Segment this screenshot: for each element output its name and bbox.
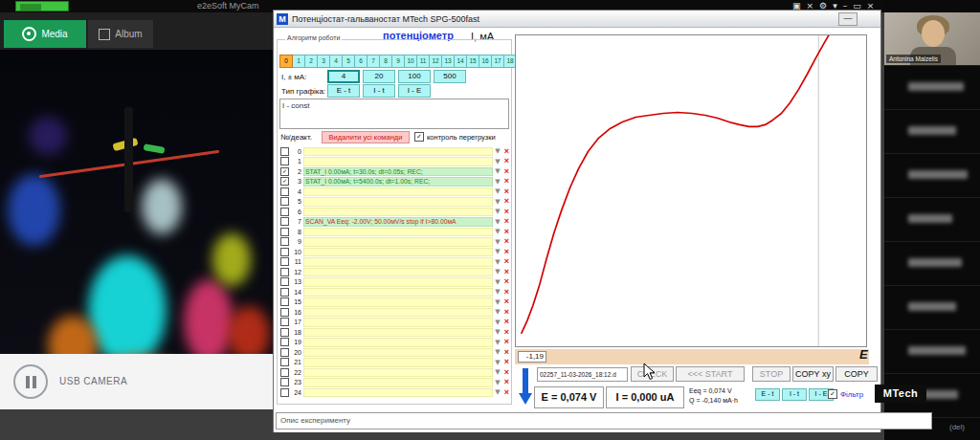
command-checkbox[interactable] [280, 228, 289, 236]
move-down-icon[interactable]: ▼ [493, 218, 502, 226]
channel-button-12[interactable]: 12 [429, 55, 442, 68]
command-checkbox[interactable] [280, 257, 289, 266]
delete-row-icon[interactable]: × [502, 297, 511, 306]
channel-button-10[interactable]: 10 [404, 55, 417, 68]
participant-tile[interactable] [884, 329, 980, 374]
move-down-icon[interactable]: ▼ [493, 158, 502, 165]
delete-row-icon[interactable]: × [502, 197, 511, 206]
delete-all-commands-button[interactable]: Видалити усі команди [322, 131, 410, 143]
delete-row-icon[interactable]: × [502, 328, 511, 337]
command-cell[interactable] [303, 348, 493, 358]
command-cell[interactable] [303, 197, 493, 207]
move-down-icon[interactable]: ▼ [493, 319, 502, 326]
graph-type-E-t[interactable]: E - t [327, 84, 360, 98]
command-checkbox[interactable] [280, 248, 289, 256]
delete-row-icon[interactable]: × [502, 147, 511, 156]
delete-row-icon[interactable]: × [502, 257, 511, 266]
participant-tile[interactable] [884, 285, 980, 330]
move-down-icon[interactable]: ▼ [493, 328, 502, 336]
delete-row-icon[interactable]: × [502, 237, 511, 246]
move-down-icon[interactable]: ▼ [493, 268, 502, 275]
move-down-icon[interactable]: ▼ [493, 288, 502, 296]
command-checkbox[interactable] [280, 187, 289, 196]
channel-button-7[interactable]: 7 [367, 55, 380, 68]
channel-button-13[interactable]: 13 [441, 55, 455, 68]
command-cell[interactable]: SCAN_VA Eeq: -2.00V; 50.00мV/s stop if I… [303, 217, 493, 227]
command-cell[interactable] [303, 268, 493, 277]
command-checkbox[interactable] [280, 358, 289, 366]
delete-row-icon[interactable]: × [502, 268, 511, 276]
move-down-icon[interactable]: ▼ [493, 379, 502, 386]
delete-row-icon[interactable]: × [502, 277, 511, 286]
range-option-4[interactable]: 4 [327, 70, 360, 83]
channel-button-4[interactable]: 4 [329, 55, 343, 68]
mode-textbox[interactable]: I - const [279, 99, 509, 129]
command-checkbox[interactable] [280, 237, 289, 246]
delete-row-icon[interactable]: × [502, 318, 511, 326]
move-down-icon[interactable]: ▼ [493, 178, 502, 186]
command-checkbox[interactable] [280, 378, 289, 386]
experiment-description-field[interactable]: Опис експерименту [276, 412, 932, 429]
delete-row-icon[interactable]: × [502, 378, 511, 386]
minimize-button[interactable]: — [838, 12, 858, 26]
delete-row-icon[interactable]: × [502, 187, 511, 196]
delete-row-icon[interactable]: × [502, 157, 511, 165]
channel-button-11[interactable]: 11 [416, 55, 430, 68]
copy-xy-button[interactable]: COPY xy [792, 366, 834, 382]
command-cell[interactable] [303, 297, 493, 307]
delete-row-icon[interactable]: × [502, 167, 511, 176]
delete-row-icon[interactable]: × [502, 288, 511, 297]
command-cell[interactable] [303, 257, 493, 267]
channel-button-17[interactable]: 17 [491, 55, 504, 68]
command-checkbox[interactable] [280, 217, 289, 226]
delete-row-icon[interactable]: × [502, 177, 511, 186]
command-cell[interactable] [303, 208, 493, 217]
tab-media[interactable]: Media [4, 20, 86, 48]
command-checkbox[interactable]: ✓ [280, 177, 289, 186]
command-checkbox[interactable] [280, 208, 289, 216]
command-cell[interactable] [303, 288, 493, 297]
command-cell[interactable] [303, 248, 493, 257]
participant-tile[interactable] [884, 153, 980, 198]
command-checkbox[interactable] [280, 268, 289, 276]
delete-row-icon[interactable]: × [502, 228, 511, 236]
command-cell[interactable] [303, 187, 493, 197]
move-down-icon[interactable]: ▼ [493, 238, 502, 246]
command-checkbox[interactable] [280, 318, 289, 326]
participant-tile[interactable] [884, 65, 980, 110]
delete-row-icon[interactable]: × [502, 208, 511, 216]
delete-row-icon[interactable]: × [502, 388, 511, 397]
move-down-icon[interactable]: ▼ [493, 359, 502, 366]
command-cell[interactable] [303, 237, 493, 247]
filter-checkbox[interactable]: ✓ [828, 389, 837, 399]
move-down-icon[interactable]: ▼ [493, 368, 502, 376]
channel-button-14[interactable]: 14 [454, 55, 467, 68]
move-down-icon[interactable]: ▼ [493, 208, 502, 215]
move-down-icon[interactable]: ▼ [493, 278, 502, 286]
chart-area[interactable] [515, 34, 867, 347]
command-checkbox[interactable] [280, 328, 289, 337]
graph-button-E-t[interactable]: E - t [755, 388, 780, 401]
move-down-icon[interactable]: ▼ [493, 339, 502, 346]
range-option-20[interactable]: 20 [363, 70, 395, 83]
overload-checkbox[interactable]: ✓ [414, 132, 424, 142]
command-cell[interactable] [303, 358, 493, 367]
channel-button-9[interactable]: 9 [391, 55, 405, 68]
move-down-icon[interactable]: ▼ [493, 167, 502, 175]
delete-row-icon[interactable]: × [502, 358, 511, 366]
move-down-icon[interactable]: ▼ [493, 308, 502, 316]
command-cell[interactable] [303, 277, 493, 287]
command-checkbox[interactable] [280, 388, 289, 397]
channel-button-1[interactable]: 1 [292, 55, 305, 68]
pause-button[interactable] [13, 364, 48, 399]
participant-tile-active[interactable]: Antonina Maizelis [884, 12, 980, 66]
command-checkbox[interactable] [280, 157, 289, 165]
channel-button-3[interactable]: 3 [317, 55, 330, 68]
command-cell[interactable] [303, 308, 493, 318]
channel-button-6[interactable]: 6 [354, 55, 368, 68]
channel-button-2[interactable]: 2 [304, 55, 318, 68]
command-cell[interactable] [303, 228, 493, 237]
start-button[interactable]: <<< START [676, 366, 745, 382]
command-checkbox[interactable] [280, 308, 289, 317]
tab-album[interactable]: Album [88, 20, 153, 48]
